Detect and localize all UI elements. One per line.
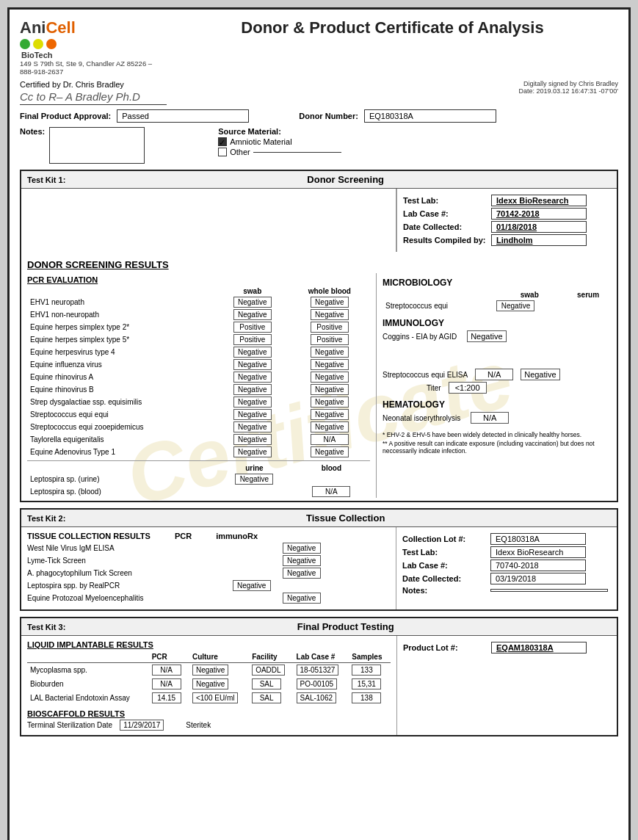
micro-row-1: Streptococcus equi Negative	[383, 300, 611, 312]
pcr-row-3: Equine herpes simplex type 5* Positive P…	[27, 333, 370, 346]
pcr-row-6: Equine rhinovirus A Negative Negative	[27, 371, 370, 383]
pcr-row-swab: Negative	[216, 421, 289, 433]
logo-section: AniCell BioTech 149 S 79th St, Ste 9, Ch…	[20, 18, 167, 76]
notes-section: Notes:	[20, 127, 145, 164]
tissue-immunorx-col-head: immunoRx	[216, 532, 258, 540]
kit2-lab-case-value: 70740-2018	[490, 560, 586, 571]
micro-col2-head: serum	[565, 290, 611, 300]
liquid-col-facility: Facility	[249, 651, 293, 663]
pcr-row-name: Taylorella equigenitalis	[27, 433, 216, 446]
amniotic-row: ✓ Amniotic Material	[218, 137, 341, 146]
kit1-left	[21, 189, 396, 252]
other-row: Other	[218, 148, 341, 156]
pcr-row-blood: Negative	[289, 308, 370, 321]
certificate-page: Certificate AniCell BioTech 149 S 79th S…	[7, 7, 631, 840]
approval-value: Passed	[117, 109, 249, 123]
terminal-label: Terminal Sterilization Date	[27, 721, 112, 729]
liquid-heading: LIQUID IMPLANTABLE RESULTS	[27, 640, 391, 649]
pcr-row-name: Equine herpes simplex type 2*	[27, 321, 216, 333]
lepto-name: Leptospira sp. (blood)	[27, 485, 216, 498]
logo-address: 149 S 79th St, Ste 9, Chandler AZ 85226 …	[20, 59, 167, 76]
pcr-row-name: Equine rhinovirus A	[27, 371, 216, 383]
notes-source-row: Notes: Source Material: ✓ Amniotic Mater…	[20, 127, 618, 164]
pcr-row-name: Streptococcus equi zooepidemicus	[27, 421, 216, 433]
pcr-col-swab-head: swab	[216, 286, 289, 296]
results-compiled-value: Lindholm	[491, 234, 587, 246]
pcr-row-swab: Negative	[216, 446, 289, 458]
pcr-row-7: Equine rhinovirus B Negative Negative	[27, 383, 370, 396]
tissue-right: Collection Lot #: EQ180318A Test Lab: Id…	[396, 527, 617, 609]
icon-yellow	[33, 39, 43, 49]
date-collected-label: Date Collected:	[403, 222, 491, 231]
tissue-pcr-col-head: PCR	[175, 532, 192, 540]
tissue-row-2: A. phagocytophilum Tick Screen Negative	[27, 568, 390, 579]
notes-label: Notes:	[20, 127, 45, 136]
logo-icons	[20, 39, 167, 49]
lepto-val: N/A	[293, 485, 370, 498]
liquid-table: PCR Culture Facility Lab Case # Samples …	[27, 651, 391, 705]
liquid-row-facility: SAL	[249, 691, 293, 705]
kit1-content: Test Lab: Idexx BioResearch Lab Case #: …	[21, 189, 617, 252]
pcr-row-8: Strep dysgalactiae ssp. equisimilis Nega…	[27, 396, 370, 408]
micro-section: MICROBIOLOGY swab serum	[376, 273, 611, 498]
amniotic-label: Amniotic Material	[230, 137, 291, 146]
digital-sig-line2: Date: 2019.03.12 16:47:31 -07'00'	[518, 87, 618, 95]
pcr-row-10: Streptococcus equi zooepidemicus Negativ…	[27, 421, 370, 433]
pcr-row-blood: Negative	[289, 383, 370, 396]
immuno-heading: IMMUNOLOGY	[383, 318, 611, 328]
neonatal-row: Neonatal isoerythrolysis N/A	[383, 412, 611, 424]
pcr-row-blood: Negative	[289, 396, 370, 408]
collection-lot-row: Collection Lot #: EQ180318A	[402, 533, 611, 545]
donor-number-value: EQ180318A	[364, 109, 496, 123]
terminal-row: Terminal Sterilization Date 11/29/2017 S…	[27, 720, 391, 731]
pcr-row-blood: Positive	[289, 333, 370, 346]
tissue-row-3: Leptospira spp. by RealPCR Negative	[27, 580, 390, 591]
coggins-label: Coggins - EIA by AGID	[383, 333, 457, 341]
liquid-col-labcase: Lab Case #	[294, 651, 349, 663]
pcr-row-blood: Negative	[289, 408, 370, 421]
digital-sig: Digitally signed by Chris Bradley Date: …	[518, 80, 618, 95]
results-compiled-row: Results Compiled by: Lindholm	[403, 234, 611, 246]
kit1-right: Test Lab: Idexx BioResearch Lab Case #: …	[396, 189, 617, 252]
kit2-date-label: Date Collected:	[402, 574, 490, 583]
pcr-row-blood: Negative	[289, 371, 370, 383]
collection-lot-value: EQ180318A	[490, 533, 586, 545]
pcr-urine-head: urine	[216, 463, 293, 473]
logo-biotech: BioTech	[21, 51, 167, 59]
pcr-row-swab: Negative	[216, 383, 289, 396]
kit3-left: LIQUID IMPLANTABLE RESULTS PCR Culture F…	[21, 636, 396, 735]
pcr-row-11: Taylorella equigenitalis Negative N/A	[27, 433, 370, 446]
neonatal-label: Neonatal isoerythrolysis	[383, 414, 460, 422]
pcr-heading: PCR EVALUATION	[27, 275, 370, 284]
liquid-row-labcase: 18-051327	[294, 663, 349, 678]
pcr-row-blood: Positive	[289, 321, 370, 333]
kit1-header: Test Kit 1: Donor Screening	[21, 171, 617, 189]
micro-col1-head: swab	[493, 290, 565, 300]
liquid-col-name	[27, 651, 149, 663]
footnotes: * EHV-2 & EHV-5 have been widely detecte…	[383, 431, 611, 455]
kit2-test-lab-row: Test Lab: Idexx BioResearch	[402, 546, 611, 558]
kit3-content: LIQUID IMPLANTABLE RESULTS PCR Culture F…	[21, 636, 617, 735]
kit3-header: Test Kit 3: Final Product Testing	[21, 618, 617, 636]
liquid-row-pcr: N/A	[149, 677, 189, 691]
footnote1: * EHV-2 & EHV-5 have been widely detecte…	[383, 431, 611, 438]
strep-elisa-val2: Negative	[521, 369, 559, 380]
other-label: Other	[230, 148, 250, 156]
tissue-row-0: West Nile Virus IgM ELISA Negative	[27, 543, 390, 554]
kit3-title: Final Product Testing	[80, 621, 611, 632]
approval-label: Final Product Approval:	[20, 112, 111, 120]
pcr-row-swab: Negative	[216, 346, 289, 358]
micro-row-1-swab: Negative	[493, 300, 565, 312]
kit2-lab-case-label: Lab Case #:	[402, 561, 490, 570]
kit2-test-lab-label: Test Lab:	[402, 548, 490, 557]
kit3-section: Test Kit 3: Final Product Testing LIQUID…	[20, 617, 618, 736]
titer-row: Titer <1:200	[383, 382, 611, 394]
pcr-row-5: Equine influenza virus Negative Negative	[27, 358, 370, 371]
pcr-row-swab: Positive	[216, 321, 289, 333]
test-lab-label: Test Lab:	[403, 196, 491, 205]
lab-case-value: 70142-2018	[491, 208, 587, 220]
signature-image: Cc to R– A Bradley Ph.D	[20, 90, 167, 105]
liquid-row-0: Mycoplasma spp. N/A Negative OADDL 18-05…	[27, 663, 391, 678]
liquid-row-facility: OADDL	[249, 663, 293, 678]
pcr-row-1: EHV1 non-neuropath Negative Negative	[27, 308, 370, 321]
